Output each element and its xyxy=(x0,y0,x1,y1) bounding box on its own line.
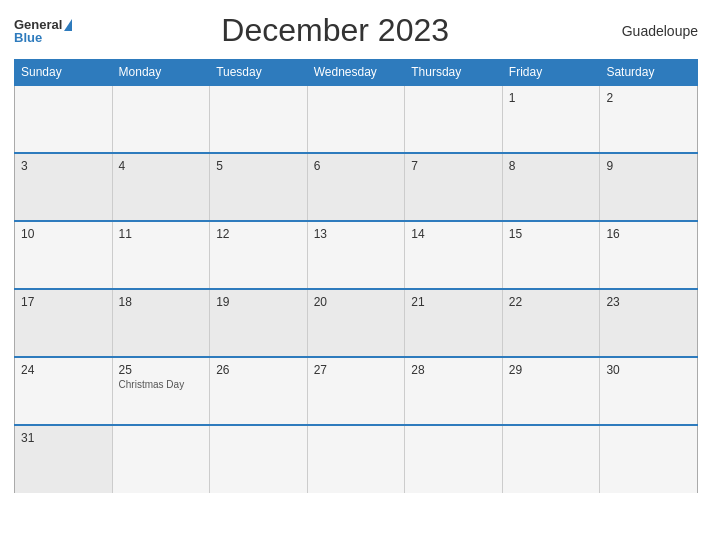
logo-triangle-icon xyxy=(64,19,72,31)
calendar-cell: 22 xyxy=(502,289,600,357)
day-number: 12 xyxy=(216,227,301,241)
day-number: 14 xyxy=(411,227,496,241)
day-number: 15 xyxy=(509,227,594,241)
calendar-cell: 20 xyxy=(307,289,405,357)
day-number: 24 xyxy=(21,363,106,377)
weekday-header-thursday: Thursday xyxy=(405,60,503,86)
calendar-cell: 27 xyxy=(307,357,405,425)
calendar-cell: 18 xyxy=(112,289,210,357)
day-number: 25 xyxy=(119,363,204,377)
day-number: 5 xyxy=(216,159,301,173)
weekday-header-monday: Monday xyxy=(112,60,210,86)
calendar-table: SundayMondayTuesdayWednesdayThursdayFrid… xyxy=(14,59,698,493)
logo-text-general: General xyxy=(14,18,62,31)
calendar-cell: 1 xyxy=(502,85,600,153)
calendar-cell: 23 xyxy=(600,289,698,357)
calendar-cell: 10 xyxy=(15,221,113,289)
logo: General Blue xyxy=(14,18,72,44)
calendar-cell: 31 xyxy=(15,425,113,493)
calendar-cell: 15 xyxy=(502,221,600,289)
calendar-cell: 29 xyxy=(502,357,600,425)
day-number: 8 xyxy=(509,159,594,173)
location-label: Guadeloupe xyxy=(598,23,698,39)
calendar-cell: 14 xyxy=(405,221,503,289)
calendar-cell: 2 xyxy=(600,85,698,153)
calendar-cell: 25Christmas Day xyxy=(112,357,210,425)
day-number: 9 xyxy=(606,159,691,173)
weekday-header-saturday: Saturday xyxy=(600,60,698,86)
day-number: 26 xyxy=(216,363,301,377)
calendar-cell: 30 xyxy=(600,357,698,425)
day-number: 18 xyxy=(119,295,204,309)
day-number: 23 xyxy=(606,295,691,309)
weekday-header-row: SundayMondayTuesdayWednesdayThursdayFrid… xyxy=(15,60,698,86)
calendar-cell xyxy=(15,85,113,153)
day-number: 3 xyxy=(21,159,106,173)
calendar-cell: 9 xyxy=(600,153,698,221)
calendar-cell xyxy=(502,425,600,493)
day-number: 10 xyxy=(21,227,106,241)
calendar-cell: 24 xyxy=(15,357,113,425)
event-label: Christmas Day xyxy=(119,379,204,390)
day-number: 27 xyxy=(314,363,399,377)
calendar-row-5: 31 xyxy=(15,425,698,493)
day-number: 31 xyxy=(21,431,106,445)
calendar-cell: 17 xyxy=(15,289,113,357)
calendar-page: General Blue December 2023 Guadeloupe Su… xyxy=(0,0,712,550)
calendar-cell xyxy=(112,425,210,493)
calendar-title: December 2023 xyxy=(72,12,598,49)
logo-text-blue: Blue xyxy=(14,31,42,44)
day-number: 20 xyxy=(314,295,399,309)
weekday-header-wednesday: Wednesday xyxy=(307,60,405,86)
day-number: 6 xyxy=(314,159,399,173)
calendar-row-2: 10111213141516 xyxy=(15,221,698,289)
calendar-cell: 28 xyxy=(405,357,503,425)
calendar-cell xyxy=(405,85,503,153)
day-number: 29 xyxy=(509,363,594,377)
calendar-cell: 6 xyxy=(307,153,405,221)
weekday-header-sunday: Sunday xyxy=(15,60,113,86)
day-number: 17 xyxy=(21,295,106,309)
calendar-cell: 16 xyxy=(600,221,698,289)
calendar-cell xyxy=(210,85,308,153)
day-number: 16 xyxy=(606,227,691,241)
calendar-row-4: 2425Christmas Day2627282930 xyxy=(15,357,698,425)
calendar-row-0: 12 xyxy=(15,85,698,153)
calendar-cell: 8 xyxy=(502,153,600,221)
day-number: 7 xyxy=(411,159,496,173)
day-number: 19 xyxy=(216,295,301,309)
calendar-cell: 11 xyxy=(112,221,210,289)
calendar-cell: 21 xyxy=(405,289,503,357)
calendar-cell xyxy=(210,425,308,493)
calendar-cell: 7 xyxy=(405,153,503,221)
day-number: 28 xyxy=(411,363,496,377)
calendar-row-1: 3456789 xyxy=(15,153,698,221)
day-number: 22 xyxy=(509,295,594,309)
calendar-cell xyxy=(405,425,503,493)
day-number: 13 xyxy=(314,227,399,241)
calendar-cell: 3 xyxy=(15,153,113,221)
calendar-cell: 4 xyxy=(112,153,210,221)
day-number: 11 xyxy=(119,227,204,241)
header: General Blue December 2023 Guadeloupe xyxy=(14,12,698,49)
weekday-header-tuesday: Tuesday xyxy=(210,60,308,86)
calendar-row-3: 17181920212223 xyxy=(15,289,698,357)
calendar-cell: 13 xyxy=(307,221,405,289)
day-number: 2 xyxy=(606,91,691,105)
day-number: 1 xyxy=(509,91,594,105)
calendar-cell: 5 xyxy=(210,153,308,221)
day-number: 4 xyxy=(119,159,204,173)
calendar-cell: 26 xyxy=(210,357,308,425)
calendar-cell: 12 xyxy=(210,221,308,289)
calendar-cell xyxy=(112,85,210,153)
calendar-cell xyxy=(307,425,405,493)
day-number: 21 xyxy=(411,295,496,309)
weekday-header-friday: Friday xyxy=(502,60,600,86)
calendar-cell xyxy=(307,85,405,153)
day-number: 30 xyxy=(606,363,691,377)
calendar-cell xyxy=(600,425,698,493)
calendar-cell: 19 xyxy=(210,289,308,357)
